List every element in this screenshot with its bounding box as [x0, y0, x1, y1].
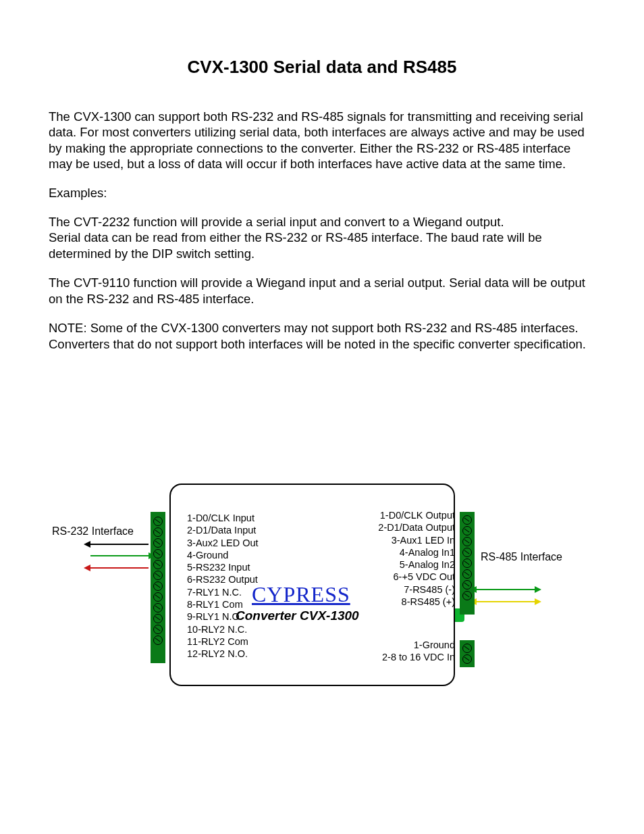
paragraph-note: NOTE: Some of the CVX-1300 converters ma… — [49, 320, 595, 352]
arrow-rs485-yellow — [477, 601, 535, 602]
pin-labels-left: 1-D0/CLK Input2-D1/Data Input3-Aux2 LED … — [187, 512, 259, 660]
converter-model-label: Converter CVX-1300 — [236, 608, 359, 623]
pin-label: 1-Ground — [382, 639, 455, 651]
examples-heading: Examples: — [49, 186, 595, 201]
pin-label: 12-RLY2 N.O. — [187, 648, 259, 660]
pin-label: 2-D1/Data Input — [187, 524, 259, 536]
pin-label: 3-Aux1 LED In — [378, 534, 455, 546]
paragraph-cvt2232-a: The CVT-2232 function will provide a ser… — [49, 214, 595, 230]
pin-labels-right-top: 1-D0/CLK Output2-D1/Data Output3-Aux1 LE… — [378, 509, 455, 608]
pin-label: 7-RLY1 N.C. — [187, 586, 259, 598]
arrow-rs232-red — [90, 567, 149, 569]
pin-label: 5-RS232 Input — [187, 561, 259, 573]
paragraph-intro: The CVX-1300 can support both RS-232 and… — [49, 109, 595, 172]
cypress-logo: CYPRESS — [252, 582, 350, 607]
pin-labels-right-bot: 1-Ground2-8 to 16 VDC In — [382, 639, 455, 664]
arrow-rs232-green — [90, 555, 149, 556]
terminal-block-right-bot — [460, 640, 475, 667]
pin-label: 5-Analog In2 — [378, 558, 455, 571]
pin-label: 10-RLY2 N.C. — [187, 623, 259, 635]
page-title: CVX-1300 Serial data and RS485 — [49, 57, 595, 78]
pin-label: 3-Aux2 LED Out — [187, 537, 259, 549]
pin-label: 1-D0/CLK Output — [378, 509, 455, 521]
pin-label: 1-D0/CLK Input — [187, 512, 259, 524]
terminal-block-right-top — [460, 512, 475, 615]
arrow-rs232-black — [90, 544, 149, 545]
pin-label: 6-+5 VDC Out — [378, 571, 455, 583]
paragraph-cvt9110: The CVT-9110 function will provide a Wie… — [49, 275, 595, 307]
pin-label: 4-Ground — [187, 549, 259, 561]
arrow-rs485-green — [477, 589, 535, 590]
pin-label: 4-Analog In1 — [378, 546, 455, 558]
pin-label: 2-8 to 16 VDC In — [382, 651, 455, 663]
rs485-interface-label: RS-485 Interface — [481, 551, 562, 563]
converter-diagram: 1-D0/CLK Input2-D1/Data Input3-Aux2 LED … — [152, 484, 473, 700]
document-page: CVX-1300 Serial data and RS485 The CVX-1… — [0, 0, 644, 834]
pin-label: 7-RS485 (-) — [378, 583, 455, 596]
rs232-interface-label: RS-232 Interface — [52, 525, 134, 538]
pin-label: 8-RS485 (+) — [378, 596, 455, 608]
paragraph-cvt2232-b: Serial data can be read from either the … — [49, 230, 595, 261]
pin-label: 6-RS232 Output — [187, 573, 259, 585]
terminal-block-left — [151, 512, 165, 663]
pin-label: 2-D1/Data Output — [378, 521, 455, 533]
pin-label: 11-RLY2 Com — [187, 635, 259, 648]
